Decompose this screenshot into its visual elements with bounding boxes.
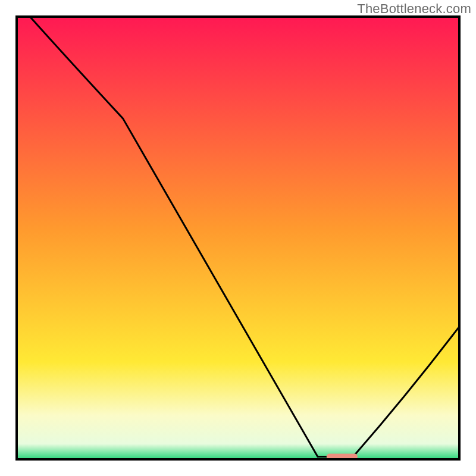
gradient-area (17, 17, 459, 459)
watermark-text: TheBottleneck.com (357, 1, 471, 17)
chart-canvas (0, 0, 476, 476)
